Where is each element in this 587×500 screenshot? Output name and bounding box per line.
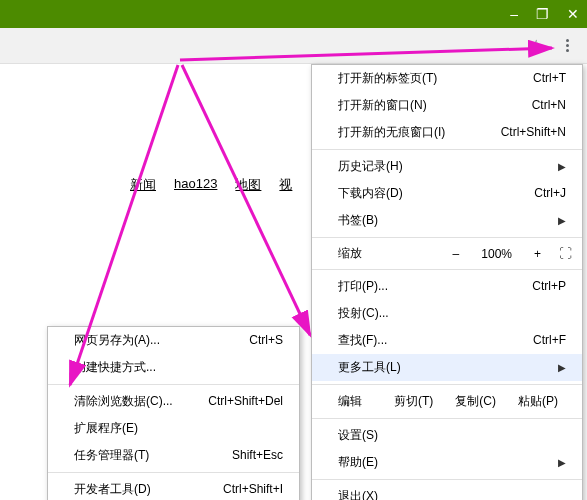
submenu-task-manager[interactable]: 任务管理器(T) Shift+Esc (48, 442, 299, 469)
link-map[interactable]: 地图 (235, 176, 261, 194)
fullscreen-icon[interactable]: ⛶ (559, 246, 570, 261)
maximize-button[interactable]: ❐ (536, 6, 549, 22)
menu-new-tab[interactable]: 打开新的标签页(T) Ctrl+T (312, 65, 582, 92)
bookmark-star-icon[interactable]: ☆ (529, 36, 543, 55)
menu-bookmarks[interactable]: 书签(B) ▶ (312, 207, 582, 234)
more-tools-submenu: 网页另存为(A)... Ctrl+S 创建快捷方式... 清除浏览数据(C)..… (47, 326, 300, 500)
menu-zoom: 缩放 – 100% + ⛶ (312, 241, 582, 266)
separator (48, 472, 299, 473)
menu-more-tools[interactable]: 更多工具(L) ▶ (312, 354, 582, 381)
menu-incognito[interactable]: 打开新的无痕窗口(I) Ctrl+Shift+N (312, 119, 582, 146)
zoom-in-button[interactable]: + (526, 247, 549, 261)
submenu-save-as[interactable]: 网页另存为(A)... Ctrl+S (48, 327, 299, 354)
separator (312, 384, 582, 385)
chevron-right-icon: ▶ (558, 454, 566, 471)
menu-history[interactable]: 历史记录(H) ▶ (312, 153, 582, 180)
submenu-create-shortcut[interactable]: 创建快捷方式... (48, 354, 299, 381)
svg-line-1 (182, 65, 310, 335)
nav-links: 新闻 hao123 地图 视 (130, 176, 292, 194)
submenu-extensions[interactable]: 扩展程序(E) (48, 415, 299, 442)
menu-new-window[interactable]: 打开新的窗口(N) Ctrl+N (312, 92, 582, 119)
separator (312, 418, 582, 419)
menu-cast[interactable]: 投射(C)... (312, 300, 582, 327)
zoom-out-button[interactable]: – (445, 247, 468, 261)
chevron-right-icon: ▶ (558, 212, 566, 229)
edit-paste[interactable]: 粘贴(P) (518, 393, 558, 410)
link-news[interactable]: 新闻 (130, 176, 156, 194)
browser-toolbar: ☆ (0, 28, 587, 64)
separator (312, 237, 582, 238)
main-menu: 打开新的标签页(T) Ctrl+T 打开新的窗口(N) Ctrl+N 打开新的无… (311, 64, 583, 500)
submenu-clear-data[interactable]: 清除浏览数据(C)... Ctrl+Shift+Del (48, 388, 299, 415)
window-titlebar: – ❐ ✕ (0, 0, 587, 28)
menu-edit-row: 编辑 剪切(T) 复制(C) 粘贴(P) (312, 388, 582, 415)
zoom-percent: 100% (477, 247, 516, 261)
separator (312, 479, 582, 480)
menu-help[interactable]: 帮助(E) ▶ (312, 449, 582, 476)
menu-settings[interactable]: 设置(S) (312, 422, 582, 449)
submenu-dev-tools[interactable]: 开发者工具(D) Ctrl+Shift+I (48, 476, 299, 500)
close-button[interactable]: ✕ (567, 6, 579, 22)
separator (312, 269, 582, 270)
menu-downloads[interactable]: 下载内容(D) Ctrl+J (312, 180, 582, 207)
link-hao123[interactable]: hao123 (174, 176, 217, 194)
separator (48, 384, 299, 385)
edit-copy[interactable]: 复制(C) (455, 393, 496, 410)
menu-exit[interactable]: 退出(X) (312, 483, 582, 500)
separator (312, 149, 582, 150)
menu-print[interactable]: 打印(P)... Ctrl+P (312, 273, 582, 300)
menu-dots-icon[interactable] (557, 36, 577, 56)
chevron-right-icon: ▶ (558, 158, 566, 175)
link-video[interactable]: 视 (279, 176, 292, 194)
chevron-right-icon: ▶ (558, 359, 566, 376)
edit-cut[interactable]: 剪切(T) (394, 393, 433, 410)
menu-find[interactable]: 查找(F)... Ctrl+F (312, 327, 582, 354)
minimize-button[interactable]: – (510, 6, 518, 22)
